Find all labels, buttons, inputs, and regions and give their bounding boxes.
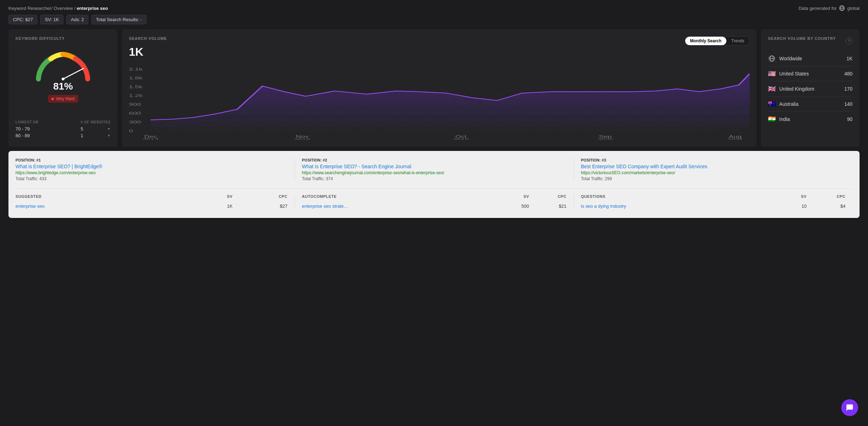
autocomplete-section: AUTOCOMPLETE SV CPC enterprise seo strat… bbox=[294, 194, 574, 211]
badge-ads: Ads: 2 bbox=[66, 15, 88, 24]
chart-area: 2.1k 1.8k 1.5k 1.2k 900 600 300 0 bbox=[129, 62, 750, 140]
keywords-grid: SUGGESTED SV CPC enterprise seo 1K $27 bbox=[16, 188, 852, 211]
arrow-1: ▼ bbox=[107, 127, 111, 131]
result-2-url: https://www.searchenginejournal.com/ente… bbox=[302, 170, 566, 175]
chat-icon bbox=[846, 404, 854, 412]
position-3-label: POSITION: #3 bbox=[581, 158, 845, 162]
suggested-kw-1[interactable]: enterprise seo bbox=[16, 203, 44, 209]
country-card: SEARCH VOLUME BY COUNTRY ? Worldwide 1K bbox=[761, 29, 860, 147]
toggle-group: Monthly Search Trends bbox=[685, 36, 750, 45]
svg-line-3 bbox=[63, 68, 83, 79]
result-2-traffic: Total Traffic: 374 bbox=[302, 176, 566, 181]
kd-websites-row-2: 1 ▼ bbox=[81, 133, 111, 138]
country-name-worldwide: Worldwide bbox=[779, 56, 802, 61]
questions-cpc-1: $4 bbox=[807, 201, 845, 211]
country-name-uk: United Kingdom bbox=[779, 86, 814, 92]
country-left-worldwide: Worldwide bbox=[768, 55, 802, 62]
country-left-uk: 🇬🇧 United Kingdom bbox=[768, 85, 814, 93]
kd-dr-label: LOWEST DR bbox=[16, 120, 38, 124]
sv-header: SEARCH VOLUME 1K Monthly Search Trends bbox=[129, 36, 750, 59]
help-icon[interactable]: ? bbox=[845, 37, 852, 44]
autocomplete-header: AUTOCOMPLETE bbox=[302, 194, 496, 201]
country-name-au: Australia bbox=[779, 101, 798, 107]
questions-cpc-header: CPC bbox=[807, 194, 845, 201]
result-3-traffic: Total Traffic: 299 bbox=[581, 176, 845, 181]
arrow-2: ▼ bbox=[107, 134, 111, 138]
kd-percent: 81% bbox=[53, 81, 73, 92]
country-left-us: 🇺🇸 United States bbox=[768, 70, 809, 78]
result-3-title[interactable]: Best Enterprise SEO Company with Expert … bbox=[581, 164, 845, 169]
autocomplete-kw-1[interactable]: enterprise seo strate... bbox=[302, 203, 347, 209]
country-val-uk: 170 bbox=[844, 86, 852, 92]
svg-point-4 bbox=[62, 78, 64, 80]
sv-number: 1K bbox=[129, 45, 167, 59]
country-row-worldwide: Worldwide 1K bbox=[768, 51, 852, 66]
country-row-us: 🇺🇸 United States 480 bbox=[768, 66, 852, 81]
questions-sv-header: SV bbox=[782, 194, 807, 201]
autocomplete-sv-1: 500 bbox=[496, 201, 529, 211]
badge-cpc: CPC: $27 bbox=[8, 15, 37, 24]
questions-section: QUESTIONS SV CPC is seo a dying industry… bbox=[574, 194, 852, 211]
gauge-chart bbox=[31, 45, 95, 84]
questions-row-1: is seo a dying industry 10 $4 bbox=[581, 201, 845, 211]
kd-row-1: 70 - 79 bbox=[16, 126, 38, 132]
badge-sv: SV: 1K bbox=[40, 15, 63, 24]
suggested-sv-header: SV bbox=[197, 194, 232, 201]
result-1: POSITION: #1 What is Enterprise SEO? | B… bbox=[16, 158, 294, 181]
result-1-title[interactable]: What is Enterprise SEO? | BrightEdge® bbox=[16, 164, 287, 169]
result-1-url: https://www.brightedge.com/enterprise-se… bbox=[16, 170, 287, 175]
chat-bubble[interactable] bbox=[841, 399, 858, 416]
breadcrumb: Keyword Researcher/ Overview / enterpris… bbox=[8, 6, 108, 11]
svg-text:2019: 2019 bbox=[453, 138, 469, 140]
country-left-in: 🇮🇳 India bbox=[768, 115, 790, 123]
suggested-row-1: enterprise seo 1K $27 bbox=[16, 201, 287, 211]
position-2-label: POSITION: #2 bbox=[302, 158, 566, 162]
results-grid: POSITION: #1 What is Enterprise SEO? | B… bbox=[16, 158, 852, 181]
autocomplete-cpc-header: CPC bbox=[529, 194, 566, 201]
result-2: POSITION: #2 What Is Enterprise SEO? - S… bbox=[294, 158, 574, 181]
y-label-12k: 1.2k bbox=[129, 94, 143, 98]
suggested-sv-1: 1K bbox=[197, 201, 232, 211]
chart-fill bbox=[150, 74, 750, 131]
kd-col-websites: # OF WEBSITES 5 ▼ 1 ▼ bbox=[81, 120, 111, 140]
data-generated: Data generated for global bbox=[799, 5, 860, 11]
country-name-in: India bbox=[779, 116, 790, 122]
country-row-au: 🇦🇺 Australia 140 bbox=[768, 97, 852, 112]
result-2-title[interactable]: What Is Enterprise SEO? - Search Engine … bbox=[302, 164, 566, 169]
autocomplete-cpc-1: $21 bbox=[529, 201, 566, 211]
search-volume-card: SEARCH VOLUME 1K Monthly Search Trends bbox=[122, 29, 757, 147]
country-val-worldwide: 1K bbox=[847, 56, 852, 61]
toggle-monthly[interactable]: Monthly Search bbox=[685, 37, 726, 45]
kd-websites-row-1: 5 ▼ bbox=[81, 126, 111, 132]
kd-col-dr: LOWEST DR 70 - 79 80 - 89 bbox=[16, 120, 38, 140]
keyword-difficulty-card: KEYWORD DIFFICULTY bbox=[8, 29, 118, 147]
position-1-label: POSITION: #1 bbox=[16, 158, 287, 162]
suggested-header: SUGGESTED bbox=[16, 194, 197, 201]
svg-text:2021: 2021 bbox=[727, 138, 743, 140]
badge-results: Total Search Results: - bbox=[91, 15, 147, 24]
toggle-trends[interactable]: Trends bbox=[726, 37, 749, 45]
main-content: KEYWORD DIFFICULTY bbox=[0, 29, 868, 224]
country-val-us: 480 bbox=[844, 71, 852, 77]
country-name-us: United States bbox=[779, 71, 809, 77]
kd-title: KEYWORD DIFFICULTY bbox=[16, 36, 111, 41]
country-title: SEARCH VOLUME BY COUNTRY bbox=[768, 36, 836, 41]
svg-text:2017: 2017 bbox=[143, 138, 159, 140]
worldwide-icon bbox=[768, 55, 776, 62]
kd-bottom: LOWEST DR 70 - 79 80 - 89 # OF WEBSITES … bbox=[16, 120, 111, 140]
y-label-300: 300 bbox=[129, 120, 141, 124]
sv-title: SEARCH VOLUME bbox=[129, 36, 167, 41]
country-row-in: 🇮🇳 India 90 bbox=[768, 112, 852, 127]
y-label-15k: 1.5k bbox=[129, 85, 143, 89]
gauge-container: 81% Very Hard bbox=[16, 45, 111, 112]
country-row-uk: 🇬🇧 United Kingdom 170 bbox=[768, 81, 852, 97]
result-3: POSITION: #3 Best Enterprise SEO Company… bbox=[574, 158, 852, 181]
country-left-au: 🇦🇺 Australia bbox=[768, 100, 798, 108]
flag-in: 🇮🇳 bbox=[768, 115, 776, 123]
y-label-18k: 1.8k bbox=[129, 76, 143, 80]
questions-sv-1: 10 bbox=[782, 201, 807, 211]
top-grid: KEYWORD DIFFICULTY bbox=[8, 29, 860, 147]
questions-kw-1[interactable]: is seo a dying industry bbox=[581, 203, 626, 209]
flag-uk: 🇬🇧 bbox=[768, 85, 776, 93]
result-3-url: https://victoriousSEO.com/markets/enterp… bbox=[581, 170, 845, 175]
